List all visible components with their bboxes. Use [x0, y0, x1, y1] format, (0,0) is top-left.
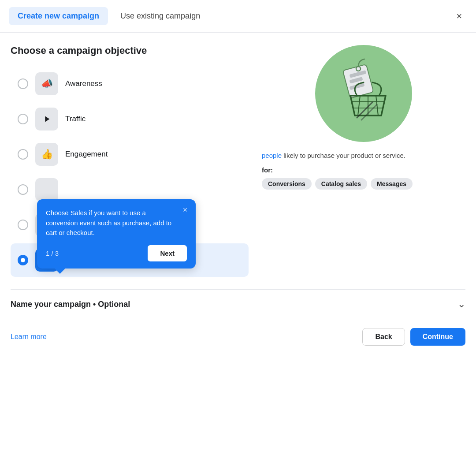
objectives-column: Choose a campaign objective 📣 Awareness …	[11, 45, 249, 277]
awareness-label: Awareness	[65, 79, 102, 88]
sales-tooltip: × Choose Sales if you want to use a conv…	[37, 199, 196, 269]
objective-item-5[interactable]: × Choose Sales if you want to use a conv…	[11, 208, 249, 242]
description-suffix: likely to purchase your product or servi…	[282, 152, 405, 159]
right-label: for:	[262, 166, 465, 174]
learn-more-link[interactable]: Learn more	[11, 333, 47, 341]
tooltip-text: Choose Sales if you want to use a conver…	[46, 208, 187, 238]
tab-existing-campaign[interactable]: Use existing campaign	[112, 7, 209, 25]
objective-item-awareness[interactable]: 📣 Awareness	[11, 67, 249, 101]
engagement-label: Engagement	[65, 150, 108, 159]
radio-sales[interactable]	[18, 255, 28, 265]
svg-line-5	[358, 96, 360, 116]
tooltip-footer: 1 / 3 Next	[46, 245, 187, 261]
tags-row: Conversions Catalog sales Messages	[262, 178, 465, 190]
item4-icon	[35, 178, 58, 201]
radio-engagement[interactable]	[18, 149, 28, 160]
radio-awareness[interactable]	[18, 78, 28, 89]
tooltip-next-button[interactable]: Next	[148, 245, 187, 261]
description-highlight: people	[262, 152, 282, 159]
awareness-icon: 📣	[35, 72, 58, 95]
radio-item4[interactable]	[18, 184, 28, 195]
description-column: people likely to purchase your product o…	[249, 45, 465, 277]
dialog-header: Create new campaign Use existing campaig…	[0, 0, 476, 33]
traffic-label: Traffic	[65, 115, 86, 123]
tab-create-campaign[interactable]: Create new campaign	[9, 7, 108, 25]
objective-item-traffic[interactable]: Traffic	[11, 102, 249, 136]
radio-traffic[interactable]	[18, 114, 28, 124]
close-button[interactable]: ×	[451, 8, 467, 24]
tag-catalog-sales: Catalog sales	[315, 178, 367, 190]
tag-messages: Messages	[371, 178, 413, 190]
engagement-icon: 👍	[35, 143, 58, 166]
name-section-title: Name your campaign • Optional	[11, 300, 130, 309]
dialog-footer: Learn more Back Continue	[0, 319, 476, 354]
objectives-list: 📣 Awareness Traffic 👍 Engagement	[11, 67, 249, 277]
back-button[interactable]: Back	[362, 328, 405, 346]
traffic-icon	[35, 108, 58, 131]
tag-conversions: Conversions	[262, 178, 312, 190]
right-description: people likely to purchase your product o…	[262, 151, 465, 161]
basket-illustration	[262, 45, 465, 142]
chevron-down-icon: ⌄	[457, 298, 465, 310]
continue-button[interactable]: Continue	[410, 328, 465, 346]
tooltip-counter: 1 / 3	[46, 250, 59, 257]
main-content: Choose a campaign objective 📣 Awareness …	[0, 33, 476, 277]
footer-buttons: Back Continue	[362, 328, 465, 346]
radio-item5[interactable]	[18, 220, 28, 230]
section-title: Choose a campaign objective	[11, 45, 249, 56]
objective-item-engagement[interactable]: 👍 Engagement	[11, 138, 249, 171]
basket-circle	[315, 45, 412, 142]
tooltip-close-button[interactable]: ×	[180, 205, 190, 215]
name-campaign-section[interactable]: Name your campaign • Optional ⌄	[11, 289, 465, 319]
